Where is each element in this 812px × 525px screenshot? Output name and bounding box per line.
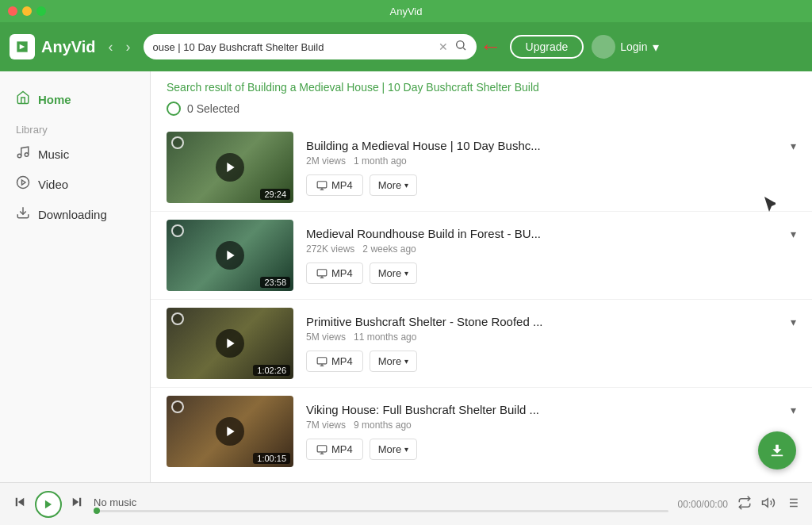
music-label: Music bbox=[38, 148, 69, 161]
video-title: Building a Medieval House | 10 Day Bushc… bbox=[306, 139, 784, 152]
next-button[interactable] bbox=[70, 495, 84, 513]
floating-download-button[interactable] bbox=[758, 431, 796, 469]
select-all-checkbox[interactable] bbox=[167, 102, 181, 116]
mp4-download-button[interactable]: MP4 bbox=[306, 262, 363, 284]
maximize-button[interactable] bbox=[36, 6, 46, 16]
svg-marker-11 bbox=[227, 251, 234, 260]
video-duration: 29:24 bbox=[260, 189, 290, 200]
upgrade-button[interactable]: Upgrade bbox=[510, 35, 584, 59]
svg-marker-15 bbox=[227, 339, 234, 348]
more-button[interactable]: More ▾ bbox=[370, 351, 418, 372]
sidebar-item-music[interactable]: Music bbox=[0, 139, 150, 169]
video-thumbnail[interactable]: 23:58 bbox=[167, 220, 293, 291]
video-item: 1:02:26 Primitive Bushcraft Shelter - St… bbox=[151, 300, 812, 388]
expand-icon[interactable]: ▾ bbox=[791, 140, 796, 152]
player-progress-bar[interactable] bbox=[94, 510, 668, 512]
toolbar: AnyVid ‹ › ✕ ← Upgrade Login ▾ bbox=[0, 22, 812, 71]
svg-rect-8 bbox=[317, 181, 327, 187]
dropdown-arrow-icon: ▾ bbox=[653, 40, 659, 55]
window-title: AnyVid bbox=[390, 6, 423, 17]
window-controls bbox=[8, 6, 46, 16]
expand-icon[interactable]: ▾ bbox=[791, 228, 796, 240]
search-icon[interactable] bbox=[454, 39, 467, 55]
video-icon bbox=[16, 175, 30, 193]
video-thumbnail[interactable]: 1:00:15 bbox=[167, 396, 293, 467]
minimize-button[interactable] bbox=[22, 6, 32, 16]
mp4-download-button[interactable]: MP4 bbox=[306, 174, 363, 196]
thumbnail-play-button[interactable] bbox=[216, 153, 244, 182]
nav-forward[interactable]: › bbox=[121, 37, 136, 57]
video-title-row: Primitive Bushcraft Shelter - Stone Roof… bbox=[306, 315, 796, 328]
svg-point-3 bbox=[25, 153, 29, 157]
close-button[interactable] bbox=[8, 6, 17, 16]
queue-button[interactable] bbox=[785, 496, 799, 513]
clear-search-button[interactable]: ✕ bbox=[439, 40, 448, 53]
logo-area: AnyVid bbox=[10, 34, 96, 59]
video-duration: 1:00:15 bbox=[253, 453, 290, 464]
expand-icon[interactable]: ▾ bbox=[791, 404, 796, 416]
sidebar: Home Library Music Video bbox=[0, 71, 151, 482]
video-info: Primitive Bushcraft Shelter - Stone Roof… bbox=[306, 315, 796, 372]
mp4-download-button[interactable]: MP4 bbox=[306, 439, 363, 460]
svg-marker-25 bbox=[45, 500, 52, 508]
sidebar-item-downloading[interactable]: Downloading bbox=[0, 199, 150, 229]
video-title-row: Building a Medieval House | 10 Day Bushc… bbox=[306, 139, 796, 152]
svg-rect-20 bbox=[317, 445, 327, 451]
player-track: No music bbox=[94, 496, 668, 508]
video-actions: MP4 More ▾ bbox=[306, 174, 796, 196]
video-actions: MP4 More ▾ bbox=[306, 351, 796, 372]
video-title-row: Medieval Roundhouse Build in Forest - BU… bbox=[306, 227, 796, 240]
video-label: Video bbox=[38, 178, 68, 191]
video-actions: MP4 More ▾ bbox=[306, 439, 796, 460]
video-info: Building a Medieval House | 10 Day Bushc… bbox=[306, 139, 796, 196]
nav-back[interactable]: ‹ bbox=[104, 37, 118, 57]
expand-icon[interactable]: ▾ bbox=[791, 316, 796, 328]
video-meta: 7M views 9 months ago bbox=[306, 420, 796, 431]
content-area: Search result of Building a Medieval Hou… bbox=[151, 71, 812, 482]
video-duration: 1:02:26 bbox=[253, 365, 290, 376]
thumbnail-play-button[interactable] bbox=[216, 329, 244, 358]
nav-arrows: ‹ › bbox=[104, 37, 136, 57]
svg-point-0 bbox=[456, 41, 463, 48]
select-all-row: 0 Selected bbox=[151, 98, 812, 124]
video-thumbnail[interactable]: 1:02:26 bbox=[167, 308, 293, 379]
svg-point-2 bbox=[17, 154, 21, 158]
video-meta: 272K views 2 weeks ago bbox=[306, 243, 796, 255]
sidebar-item-video[interactable]: Video bbox=[0, 169, 150, 199]
video-info: Medieval Roundhouse Build in Forest - BU… bbox=[306, 227, 796, 284]
volume-button[interactable] bbox=[761, 496, 776, 513]
repeat-button[interactable] bbox=[737, 496, 752, 513]
player-bar: No music 00:00/00:00 bbox=[0, 482, 812, 525]
play-pause-button[interactable] bbox=[35, 491, 62, 518]
thumbnail-play-button[interactable] bbox=[216, 417, 244, 446]
more-button[interactable]: More ▾ bbox=[370, 174, 418, 196]
main-layout: Home Library Music Video bbox=[0, 71, 812, 482]
mp4-download-button[interactable]: MP4 bbox=[306, 351, 363, 372]
login-area[interactable]: Login ▾ bbox=[592, 35, 658, 59]
player-controls bbox=[13, 491, 84, 518]
login-label: Login bbox=[620, 40, 647, 53]
video-title: Viking House: Full Bushcraft Shelter Bui… bbox=[306, 403, 784, 416]
search-input[interactable] bbox=[153, 41, 432, 53]
player-progress-dot bbox=[94, 508, 100, 514]
video-meta: 5M views 11 months ago bbox=[306, 331, 796, 343]
svg-marker-5 bbox=[22, 180, 26, 185]
more-button[interactable]: More ▾ bbox=[370, 439, 418, 460]
svg-marker-19 bbox=[227, 427, 234, 436]
video-duration: 23:58 bbox=[260, 277, 290, 288]
svg-rect-35 bbox=[772, 455, 783, 457]
svg-rect-16 bbox=[317, 357, 327, 363]
sidebar-item-home[interactable]: Home bbox=[0, 84, 150, 114]
app-name: AnyVid bbox=[41, 38, 96, 56]
video-title-row: Viking House: Full Bushcraft Shelter Bui… bbox=[306, 403, 796, 416]
svg-point-4 bbox=[17, 177, 29, 189]
prev-button[interactable] bbox=[13, 495, 27, 513]
svg-rect-26 bbox=[79, 498, 81, 507]
video-actions: MP4 More ▾ bbox=[306, 262, 796, 284]
more-button[interactable]: More ▾ bbox=[370, 262, 418, 284]
selected-count: 0 Selected bbox=[187, 102, 239, 115]
thumbnail-play-button[interactable] bbox=[216, 241, 244, 270]
video-thumbnail[interactable]: 29:24 bbox=[167, 132, 293, 203]
library-section-label: Library bbox=[0, 114, 150, 139]
search-result-prefix: Search result of bbox=[167, 81, 247, 94]
